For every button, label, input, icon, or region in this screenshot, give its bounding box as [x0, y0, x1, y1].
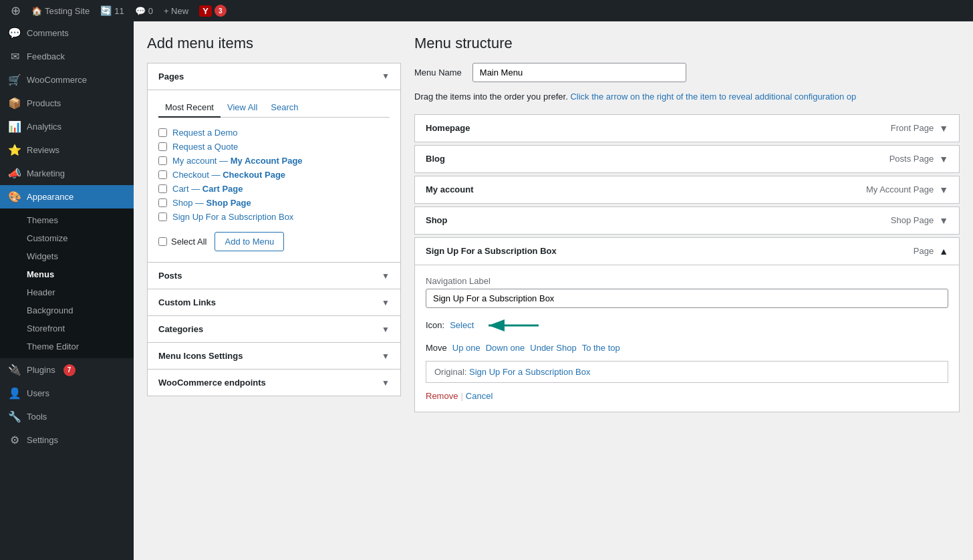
menu-name-input[interactable] — [472, 63, 686, 82]
sidebar-item-reviews[interactable]: ⭐ Reviews — [0, 138, 134, 162]
shop-expand-icon[interactable]: ▼ — [939, 215, 948, 226]
right-panel: Menu structure Menu Name Drag the items … — [414, 35, 960, 415]
green-arrow-svg — [482, 316, 542, 335]
page-checkbox-cart[interactable] — [158, 184, 167, 193]
sidebar-item-tools[interactable]: 🔧 Tools — [0, 405, 134, 428]
wp-logo-button[interactable]: ⊕ — [5, 0, 26, 21]
move-up-one-link[interactable]: Up one — [452, 343, 480, 353]
wp-icon: ⊕ — [11, 3, 21, 18]
sidebar-item-woocommerce[interactable]: 🛒 WooCommerce — [0, 68, 134, 92]
blog-expand-icon[interactable]: ▼ — [939, 154, 948, 164]
sidebar-item-background[interactable]: Background — [0, 301, 134, 319]
page-label-checkout[interactable]: Checkout — Checkout Page — [172, 170, 285, 180]
page-label-cart[interactable]: Cart — Cart Page — [172, 184, 243, 194]
menu-item-subscription-right: Page ▲ — [914, 246, 948, 257]
page-checkbox-my-account[interactable] — [158, 156, 167, 165]
sidebar-item-storefront[interactable]: Storefront — [0, 319, 134, 337]
pages-accordion-header[interactable]: Pages ▲ — [148, 63, 400, 90]
custom-links-accordion: Custom Links ▼ — [147, 289, 401, 316]
navigation-label-input[interactable] — [426, 289, 948, 308]
move-to-top-link[interactable]: To the top — [582, 343, 620, 353]
woocommerce-endpoints-accordion-header[interactable]: WooCommerce endpoints ▼ — [148, 370, 400, 396]
original-link[interactable]: Sign Up For a Subscription Box — [469, 367, 590, 377]
page-label-shop[interactable]: Shop — Shop Page — [172, 198, 251, 208]
sidebar-item-theme-editor[interactable]: Theme Editor — [0, 337, 134, 356]
tab-most-recent[interactable]: Most Recent — [158, 98, 221, 118]
menu-item-shop-type: Shop Page — [891, 215, 934, 225]
remove-cancel-row: Remove | Cancel — [426, 391, 948, 401]
marketing-icon: 📣 — [8, 167, 21, 180]
menu-item-subscription-label: Sign Up For a Subscription Box — [426, 246, 557, 256]
select-all-container[interactable]: Select All — [158, 237, 206, 247]
sidebar-item-menus[interactable]: Menus — [0, 265, 134, 283]
menu-item-subscription-header: Sign Up For a Subscription Box Page ▲ — [415, 238, 959, 265]
menu-item-homepage-type: Front Page — [891, 123, 934, 133]
tab-view-all[interactable]: View All — [221, 98, 264, 118]
icon-label: Icon: — [426, 320, 444, 330]
menu-icons-settings-accordion-header[interactable]: Menu Icons Settings ▼ — [148, 343, 400, 369]
sidebar-item-analytics[interactable]: 📊 Analytics — [0, 115, 134, 138]
sidebar-item-settings[interactable]: ⚙ Settings — [0, 428, 134, 452]
list-item: Checkout — Checkout Page — [158, 168, 390, 182]
sidebar-item-marketing[interactable]: 📣 Marketing — [0, 162, 134, 185]
sidebar-item-widgets[interactable]: Widgets — [0, 247, 134, 265]
homepage-expand-icon[interactable]: ▼ — [939, 123, 948, 134]
move-down-one-link[interactable]: Down one — [486, 343, 525, 353]
menu-item-blog-type: Posts Page — [889, 154, 934, 164]
sidebar-item-feedback[interactable]: ✉ Feedback — [0, 45, 134, 68]
sidebar-item-comments[interactable]: 💬 Comments — [0, 21, 134, 45]
sidebar-item-products[interactable]: 📦 Products — [0, 92, 134, 115]
sidebar-item-appearance[interactable]: 🎨 Appearance — [0, 185, 134, 208]
sidebar-item-users[interactable]: 👤 Users — [0, 382, 134, 405]
page-label-request-quote[interactable]: Request a Quote — [172, 142, 238, 152]
comments-button[interactable]: 💬 0 — [130, 0, 158, 21]
move-under-shop-link[interactable]: Under Shop — [530, 343, 576, 353]
plugins-badge: 7 — [63, 364, 76, 376]
appearance-icon: 🎨 — [8, 190, 21, 203]
posts-accordion: Posts ▼ — [147, 263, 401, 289]
move-row: Move Up one Down one Under Shop To the t… — [426, 343, 948, 353]
categories-chevron-icon: ▼ — [382, 325, 390, 334]
page-checkbox-request-demo[interactable] — [158, 128, 167, 137]
menu-item-shop: Shop Shop Page ▼ — [414, 206, 960, 235]
yoast-button[interactable]: Y 3 — [194, 0, 232, 21]
custom-links-accordion-title: Custom Links — [158, 297, 216, 307]
page-label-subscription[interactable]: Sign Up For a Subscription Box — [172, 212, 293, 222]
pages-accordion-title: Pages — [158, 72, 184, 82]
woocommerce-endpoints-accordion: WooCommerce endpoints ▼ — [147, 370, 401, 396]
green-arrow-indicator — [482, 316, 542, 335]
remove-link[interactable]: Remove — [426, 391, 458, 401]
categories-accordion-header[interactable]: Categories ▼ — [148, 316, 400, 342]
site-name-button[interactable]: 🏠 Testing Site — [26, 0, 95, 21]
add-menu-items-title: Add menu items — [147, 35, 401, 52]
sidebar-item-header[interactable]: Header — [0, 283, 134, 301]
sidebar-item-themes[interactable]: Themes — [0, 211, 134, 229]
page-label-request-demo[interactable]: Request a Demo — [172, 128, 238, 138]
icon-select-link[interactable]: Select — [450, 320, 474, 330]
select-all-label[interactable]: Select All — [171, 237, 206, 247]
new-content-button[interactable]: + New — [158, 0, 194, 21]
sidebar-item-plugins[interactable]: 🔌 Plugins 7 — [0, 358, 134, 382]
original-row: Original: Sign Up For a Subscription Box — [426, 361, 948, 383]
select-all-checkbox[interactable] — [158, 237, 167, 246]
page-checkbox-request-quote[interactable] — [158, 142, 167, 151]
cancel-link[interactable]: Cancel — [466, 391, 493, 401]
sidebar-item-customize[interactable]: Customize — [0, 229, 134, 247]
menu-item-shop-right: Shop Page ▼ — [891, 215, 948, 226]
subscription-collapse-icon[interactable]: ▲ — [939, 246, 948, 257]
my-account-expand-icon[interactable]: ▼ — [939, 184, 948, 195]
navigation-label-label: Navigation Label — [426, 276, 948, 286]
woocommerce-endpoints-accordion-title: WooCommerce endpoints — [158, 378, 266, 388]
page-checkbox-shop[interactable] — [158, 198, 167, 207]
custom-links-accordion-header[interactable]: Custom Links ▼ — [148, 289, 400, 315]
original-label: Original: — [434, 367, 469, 377]
posts-accordion-header[interactable]: Posts ▼ — [148, 263, 400, 289]
menu-name-label: Menu Name — [414, 67, 462, 78]
instructions-link[interactable]: Click the arrow on the right of the item… — [570, 92, 856, 102]
add-to-menu-button[interactable]: Add to Menu — [215, 232, 284, 251]
tab-search[interactable]: Search — [264, 98, 305, 118]
page-label-my-account[interactable]: My account — My Account Page — [172, 156, 303, 166]
page-checkbox-subscription[interactable] — [158, 213, 167, 221]
page-checkbox-checkout[interactable] — [158, 170, 167, 179]
updates-button[interactable]: 🔄 11 — [95, 0, 129, 21]
